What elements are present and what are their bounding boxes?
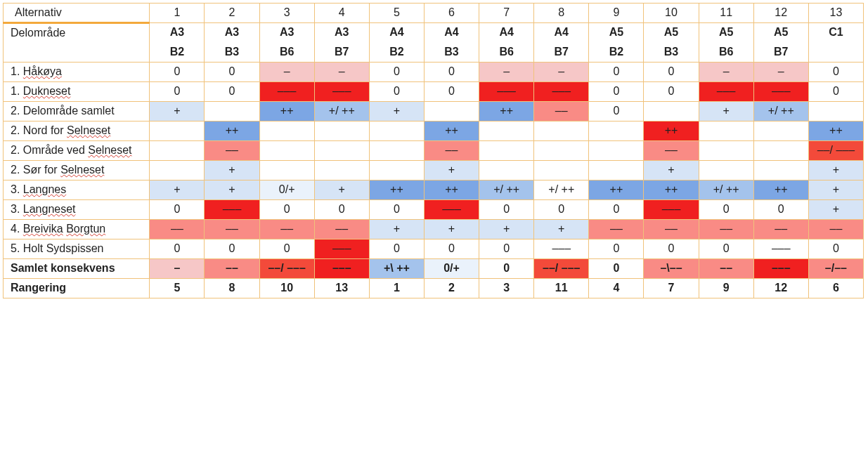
header-code2-10: B3 (644, 43, 699, 63)
cell-6-1: + (205, 180, 259, 200)
cell-8-12: –– (808, 220, 863, 239)
cell-6-12: + (808, 180, 863, 200)
cell-2-1 (205, 102, 259, 122)
cell-8-6: + (479, 220, 534, 239)
cell-6-8: ++ (589, 180, 644, 200)
row-label-3: 2. Nord for Selneset (4, 122, 150, 141)
data-body: 1. Håkøya00––00––00––01. Dukneset00–––––… (4, 63, 864, 298)
cell-7-3: 0 (314, 200, 369, 220)
cell-1-11: ––– (753, 82, 808, 102)
cell-1-6: ––– (479, 82, 534, 102)
cell-4-5: –– (424, 141, 479, 161)
cell-4-10 (699, 141, 753, 161)
cell-0-11: – (753, 63, 808, 82)
cell-4-6 (479, 141, 534, 161)
cell-10-11: ––– (753, 259, 808, 279)
cell-1-7: ––– (534, 82, 589, 102)
header-col-5: 5 (369, 4, 424, 23)
cell-0-8: 0 (589, 63, 644, 82)
cell-2-2: ++ (259, 102, 314, 122)
cell-3-10 (699, 122, 753, 141)
cell-1-12: 0 (808, 82, 863, 102)
cell-9-2: 0 (259, 239, 314, 259)
header-code2-13 (808, 43, 863, 63)
cell-7-7: 0 (534, 200, 589, 220)
cell-6-4: ++ (369, 180, 424, 200)
cell-7-2: 0 (259, 200, 314, 220)
cell-6-5: ++ (424, 180, 479, 200)
row-label-wavy-0: Håkøya (23, 65, 62, 77)
cell-0-3: – (314, 63, 369, 82)
cell-11-1: 8 (205, 279, 259, 298)
header-col-10: 10 (644, 4, 699, 23)
header-col-1: 1 (150, 4, 205, 23)
cell-7-5: ––– (424, 200, 479, 220)
cell-6-0: + (150, 180, 205, 200)
row-label-10: Samlet konsekvens (4, 259, 150, 279)
data-row-0: 1. Håkøya00––00––00––0 (4, 63, 864, 82)
cell-6-7: +/ ++ (534, 180, 589, 200)
cell-1-5: 0 (424, 82, 479, 102)
cell-10-3: ––– (314, 259, 369, 279)
row-label-5: 2. Sør for Selneset (4, 161, 150, 180)
cell-9-1: 0 (205, 239, 259, 259)
cell-3-1: ++ (205, 122, 259, 141)
row-label-9: 5. Holt Sydspissen (4, 239, 150, 259)
cell-11-0: 5 (150, 279, 205, 298)
cell-5-3 (314, 161, 369, 180)
row-label-6: 3. Langnes (4, 180, 150, 200)
row-label-0: 1. Håkøya (4, 63, 150, 82)
cell-3-0 (150, 122, 205, 141)
cell-0-9: 0 (644, 63, 699, 82)
cell-6-2: 0/+ (259, 180, 314, 200)
cell-6-6: +/ ++ (479, 180, 534, 200)
cell-4-11 (753, 141, 808, 161)
cell-9-0: 0 (150, 239, 205, 259)
cell-0-5: 0 (424, 63, 479, 82)
row-label-2: 2. Delområde samlet (4, 102, 150, 122)
header-code1-2: A3 (205, 23, 259, 43)
data-row-8: 4. Breivika Borgtun––––––––++++–––––––––… (4, 220, 864, 239)
cell-2-11: +/ ++ (753, 102, 808, 122)
cell-2-5 (424, 102, 479, 122)
cell-5-8 (589, 161, 644, 180)
row-label-wavy-6: Langnes (23, 183, 66, 195)
cell-2-4: + (369, 102, 424, 122)
cell-2-6: ++ (479, 102, 534, 122)
header-code1-13: C1 (808, 23, 863, 43)
header-alternativ: Alternativ (4, 4, 150, 23)
cell-2-10: + (699, 102, 753, 122)
cell-5-6 (479, 161, 534, 180)
header-code2-8: B7 (534, 43, 589, 63)
cell-10-9: –\–– (644, 259, 699, 279)
cell-8-10: –– (699, 220, 753, 239)
cell-10-5: 0/+ (424, 259, 479, 279)
cell-3-4 (369, 122, 424, 141)
cell-1-0: 0 (150, 82, 205, 102)
cell-10-1: –– (205, 259, 259, 279)
header-col-6: 6 (424, 4, 479, 23)
cell-5-11 (753, 161, 808, 180)
cell-2-8: 0 (589, 102, 644, 122)
cell-4-0 (150, 141, 205, 161)
header-code2-6: B3 (424, 43, 479, 63)
cell-5-7 (534, 161, 589, 180)
cell-5-0 (150, 161, 205, 180)
cell-0-7: – (534, 63, 589, 82)
cell-11-11: 12 (753, 279, 808, 298)
row-label-wavy-7: Langneset (23, 203, 76, 215)
cell-8-1: –– (205, 220, 259, 239)
cell-8-8: –– (589, 220, 644, 239)
cell-10-8: 0 (589, 259, 644, 279)
header-code1-4: A3 (314, 23, 369, 43)
header-row-numbers: Alternativ 12345678910111213 (4, 4, 864, 23)
cell-11-8: 4 (589, 279, 644, 298)
cell-9-8: 0 (589, 239, 644, 259)
cell-11-3: 13 (314, 279, 369, 298)
cell-6-10: +/ ++ (699, 180, 753, 200)
row-label-wavy-1: Dukneset (23, 85, 71, 97)
cell-9-11: ––– (753, 239, 808, 259)
header-code1-6: A4 (424, 23, 479, 43)
header-col-2: 2 (205, 4, 259, 23)
cell-8-0: –– (150, 220, 205, 239)
